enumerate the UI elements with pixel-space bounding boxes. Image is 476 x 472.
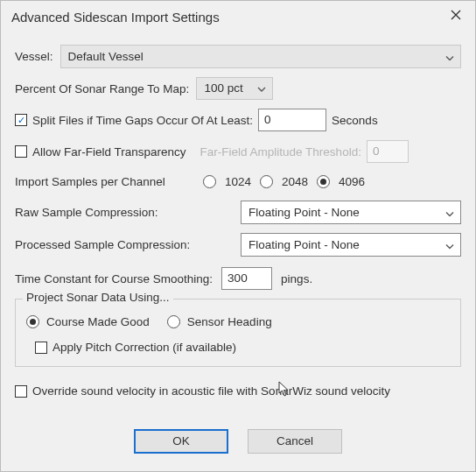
far-field-threshold-label: Far-Field Amplitude Threshold:: [200, 145, 361, 159]
vessel-row: Vessel: Default Vessel: [15, 45, 461, 68]
vessel-value: Default Vessel: [68, 50, 144, 63]
pitch-checkbox[interactable]: [35, 342, 47, 354]
proc-compress-row: Processed Sample Compression: Floating P…: [15, 233, 461, 257]
timeconst-label: Time Constant for Course Smoothing:: [15, 272, 213, 285]
close-icon: [451, 10, 461, 20]
window-title: Advanced Sidescan Import Settings: [11, 10, 220, 25]
titlebar: Advanced Sidescan Import Settings: [1, 1, 475, 31]
override-row: Override sound velocity in acoustic file…: [15, 384, 461, 398]
far-field-checkbox[interactable]: [15, 145, 27, 158]
raw-compress-value: Floating Point - None: [248, 206, 360, 219]
project-opt-course: Course Made Good: [46, 315, 150, 328]
dialog-window: Advanced Sidescan Import Settings Vessel…: [0, 0, 476, 472]
pitch-row: Apply Pitch Correction (if available): [35, 341, 450, 354]
project-radios-row: Course Made Good Sensor Heading: [26, 315, 450, 328]
override-checkbox[interactable]: [15, 385, 27, 398]
project-radio-sensor[interactable]: [167, 315, 180, 328]
project-legend: Project Sonar Data Using...: [23, 291, 173, 304]
timeconst-input[interactable]: 300: [221, 267, 272, 290]
raw-compress-select[interactable]: Floating Point - None: [241, 201, 461, 224]
ok-button[interactable]: OK: [134, 429, 228, 454]
samples-row: Import Samples per Channel 1024 2048 409…: [15, 175, 461, 188]
proc-compress-value: Floating Point - None: [248, 238, 360, 251]
pitch-label: Apply Pitch Correction (if available): [52, 341, 236, 354]
percent-row: Percent Of Sonar Range To Map: 100 pct: [15, 77, 461, 100]
raw-compress-label: Raw Sample Compression:: [15, 206, 234, 219]
chevron-down-icon: [257, 78, 266, 99]
far-field-threshold-input: 0: [367, 140, 409, 163]
samples-opt-1024: 1024: [225, 175, 251, 188]
proc-compress-label: Processed Sample Compression:: [15, 238, 234, 251]
chevron-down-icon: [445, 201, 454, 223]
project-opt-sensor: Sensor Heading: [187, 315, 272, 328]
override-label: Override sound velocity in acoustic file…: [32, 384, 390, 398]
samples-radio-4096[interactable]: [317, 175, 330, 188]
split-files-checkbox[interactable]: ✓: [15, 114, 27, 126]
split-files-suffix: Seconds: [332, 114, 378, 127]
split-files-label: Split Files if Time Gaps Occur Of At Lea…: [32, 114, 253, 127]
samples-radio-1024[interactable]: [203, 175, 216, 188]
close-button[interactable]: [445, 6, 466, 27]
percent-select[interactable]: 100 pct: [196, 77, 273, 100]
samples-label: Import Samples per Channel: [15, 175, 194, 188]
samples-opt-4096: 4096: [339, 175, 365, 188]
proc-compress-select[interactable]: Floating Point - None: [241, 233, 461, 257]
percent-value: 100 pct: [204, 81, 242, 95]
timeconst-suffix: pings.: [281, 272, 312, 285]
cancel-button[interactable]: Cancel: [248, 429, 342, 454]
project-groupbox: Project Sonar Data Using... Course Made …: [15, 299, 461, 367]
percent-label: Percent Of Sonar Range To Map:: [15, 82, 189, 95]
far-field-label: Allow Far-Field Transparency: [32, 145, 186, 159]
far-field-row: Allow Far-Field Transparency Far-Field A…: [15, 140, 461, 163]
split-files-row: ✓ Split Files if Time Gaps Occur Of At L…: [15, 109, 461, 131]
raw-compress-row: Raw Sample Compression: Floating Point -…: [15, 201, 461, 224]
samples-opt-2048: 2048: [282, 175, 308, 188]
project-radio-course[interactable]: [26, 315, 39, 328]
timeconst-row: Time Constant for Course Smoothing: 300 …: [15, 267, 461, 290]
vessel-select[interactable]: Default Vessel: [60, 45, 461, 68]
content-area: Vessel: Default Vessel Percent Of Sonar …: [1, 31, 475, 413]
footer: OK Cancel: [1, 413, 475, 471]
samples-radio-2048[interactable]: [260, 175, 273, 188]
chevron-down-icon: [445, 46, 454, 67]
vessel-label: Vessel:: [15, 50, 53, 63]
split-files-input[interactable]: 0: [258, 109, 326, 131]
chevron-down-icon: [445, 234, 454, 256]
